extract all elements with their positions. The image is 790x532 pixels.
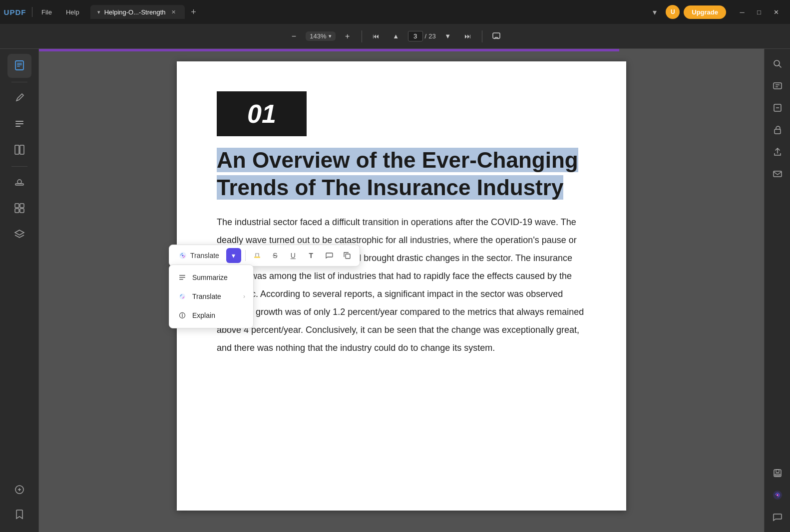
active-tab[interactable]: ▾ Helping-O...-Strength ✕ bbox=[90, 5, 185, 19]
next-page-button[interactable]: ▼ bbox=[440, 28, 456, 44]
dropdown-item-translate[interactable]: Translate › bbox=[169, 287, 253, 306]
svg-point-26 bbox=[777, 494, 779, 496]
translate-label: Translate bbox=[190, 252, 219, 260]
prev-page-button[interactable]: ▲ bbox=[388, 28, 404, 44]
menu-help[interactable]: Help bbox=[59, 6, 86, 18]
svg-rect-14 bbox=[15, 209, 19, 213]
menu-file[interactable]: File bbox=[34, 6, 59, 18]
zoom-control[interactable]: 143% ▾ bbox=[306, 31, 335, 41]
page-number-input[interactable] bbox=[408, 31, 423, 41]
tabs-dropdown-button[interactable]: ▾ bbox=[648, 5, 662, 19]
right-mail-btn[interactable] bbox=[768, 164, 787, 183]
right-ai-btn[interactable] bbox=[768, 486, 787, 505]
sidebar-layers2-btn[interactable] bbox=[7, 478, 31, 502]
summarize-icon bbox=[177, 272, 187, 282]
chapter-box: 01 bbox=[217, 91, 307, 136]
highlight-button[interactable] bbox=[250, 248, 265, 263]
float-toolbar: Translate ▾ S U T bbox=[169, 245, 360, 266]
strikethrough-button[interactable]: S bbox=[268, 248, 283, 263]
svg-rect-12 bbox=[15, 204, 19, 208]
svg-rect-4 bbox=[17, 66, 20, 67]
right-lock-btn[interactable] bbox=[768, 120, 787, 139]
summarize-label: Summarize bbox=[192, 273, 228, 281]
new-tab-button[interactable]: + bbox=[187, 5, 201, 19]
svg-rect-23 bbox=[776, 470, 779, 473]
svg-rect-7 bbox=[15, 126, 20, 127]
svg-rect-3 bbox=[17, 64, 22, 65]
toolbar-sep-2 bbox=[482, 30, 482, 42]
text-button[interactable]: T bbox=[304, 248, 319, 263]
toolbar-sep-1 bbox=[362, 30, 362, 42]
maximize-button[interactable]: □ bbox=[751, 5, 767, 19]
right-search-btn[interactable] bbox=[768, 54, 787, 73]
main-content: 01 An Overview of the Ever-Changing Tren… bbox=[39, 49, 764, 532]
pdf-title: An Overview of the Ever-Changing Trends … bbox=[217, 148, 578, 200]
explain-label: Explain bbox=[192, 311, 215, 319]
sidebar-annotate-btn[interactable] bbox=[7, 86, 31, 110]
user-avatar[interactable]: U bbox=[666, 5, 680, 19]
titlebar: UPDF File Help ▾ Helping-O...-Strength ✕… bbox=[0, 0, 790, 24]
translate-button[interactable]: Translate bbox=[174, 249, 223, 262]
explain-icon bbox=[177, 310, 187, 320]
zoom-dropdown-icon: ▾ bbox=[329, 33, 332, 39]
svg-rect-2 bbox=[17, 63, 22, 64]
sidebar-list-btn[interactable] bbox=[7, 112, 31, 136]
svg-rect-24 bbox=[775, 474, 780, 476]
zoom-in-button[interactable]: + bbox=[340, 28, 356, 44]
window-controls: ─ □ ✕ bbox=[734, 5, 784, 19]
app-logo: UPDF bbox=[0, 8, 30, 16]
upgrade-button[interactable]: Upgrade bbox=[684, 5, 726, 19]
svg-point-28 bbox=[182, 255, 184, 257]
comment-toolbar-button[interactable] bbox=[322, 248, 337, 263]
left-sidebar bbox=[0, 49, 39, 532]
sidebar-organize-btn[interactable] bbox=[7, 197, 31, 221]
pdf-title-line1: An Overview of the Ever-Changing bbox=[217, 148, 578, 172]
svg-rect-13 bbox=[20, 204, 24, 208]
upgrade-label: Upgrade bbox=[692, 8, 718, 16]
dropdown-translate-label: Translate bbox=[192, 292, 221, 300]
zoom-out-button[interactable]: − bbox=[286, 28, 302, 44]
page-separator: / bbox=[425, 32, 427, 40]
svg-rect-33 bbox=[179, 279, 183, 280]
close-button[interactable]: ✕ bbox=[768, 5, 784, 19]
sidebar-sep-1 bbox=[11, 82, 27, 82]
first-page-button[interactable]: ⏮ bbox=[368, 28, 384, 44]
dropdown-item-explain[interactable]: Explain bbox=[169, 306, 253, 325]
svg-rect-30 bbox=[346, 254, 350, 259]
dropdown-item-summarize[interactable]: Summarize bbox=[169, 268, 253, 287]
sidebar-bookmark-btn[interactable] bbox=[7, 503, 31, 527]
svg-rect-32 bbox=[179, 277, 185, 278]
strikethrough-icon: S bbox=[273, 252, 277, 260]
sidebar-bottom bbox=[7, 477, 31, 528]
sidebar-layers-btn[interactable] bbox=[7, 223, 31, 247]
last-page-button[interactable]: ⏭ bbox=[460, 28, 476, 44]
dropdown-menu: Summarize Translate › Explain bbox=[169, 265, 254, 328]
right-ocr-btn[interactable] bbox=[768, 76, 787, 95]
right-comment-btn[interactable] bbox=[768, 508, 787, 527]
right-scan-btn[interactable] bbox=[768, 98, 787, 117]
tab-close-button[interactable]: ✕ bbox=[170, 8, 178, 16]
svg-rect-6 bbox=[15, 123, 23, 124]
right-share-btn[interactable] bbox=[768, 142, 787, 161]
right-save-btn[interactable] bbox=[768, 464, 787, 483]
pdf-title-line2: Trends of The Insurance Industry bbox=[217, 175, 563, 200]
svg-rect-20 bbox=[775, 129, 781, 134]
sidebar-reader-btn[interactable] bbox=[7, 54, 31, 78]
toolbar: − 143% ▾ + ⏮ ▲ / 23 ▼ ⏭ bbox=[0, 24, 790, 49]
minimize-button[interactable]: ─ bbox=[734, 5, 750, 19]
pdf-title-block: An Overview of the Ever-Changing Trends … bbox=[217, 146, 586, 201]
zoom-level: 143% bbox=[310, 32, 326, 40]
titlebar-right: ▾ U Upgrade ─ □ ✕ bbox=[648, 5, 784, 19]
sidebar-stamp-btn[interactable] bbox=[7, 171, 31, 195]
svg-rect-29 bbox=[254, 257, 260, 258]
translate-dropdown-button[interactable]: ▾ bbox=[226, 248, 241, 263]
sidebar-book-btn[interactable] bbox=[7, 138, 31, 162]
tab-area: ▾ Helping-O...-Strength ✕ + bbox=[90, 5, 648, 19]
underline-icon: U bbox=[291, 252, 296, 260]
copy-button[interactable] bbox=[340, 248, 355, 263]
svg-rect-21 bbox=[774, 171, 782, 177]
float-toolbar-sep-1 bbox=[245, 250, 246, 261]
underline-button[interactable]: U bbox=[286, 248, 301, 263]
svg-rect-5 bbox=[15, 121, 23, 122]
comment-button[interactable] bbox=[488, 28, 504, 44]
